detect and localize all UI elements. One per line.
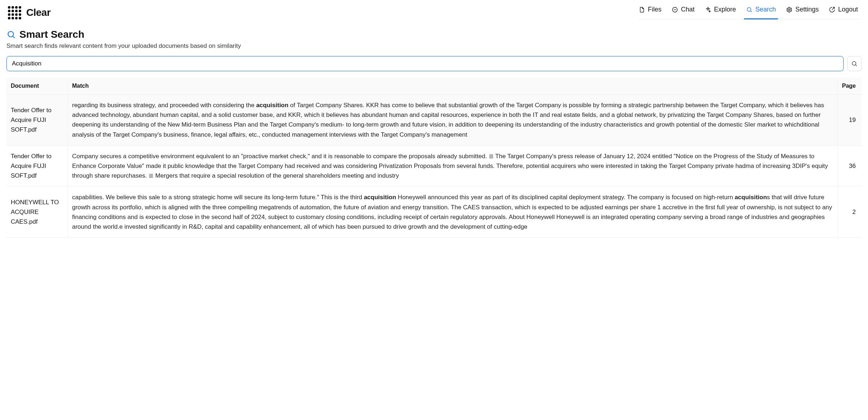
nav-logout[interactable]: Logout [829, 6, 858, 13]
file-icon [639, 6, 645, 13]
svg-point-1 [674, 9, 674, 10]
nav-chat[interactable]: Chat [672, 6, 695, 13]
svg-point-5 [789, 9, 790, 10]
nav-label: Search [755, 6, 776, 13]
chat-icon [672, 6, 678, 13]
column-header-document[interactable]: Document [6, 78, 68, 95]
svg-point-4 [747, 8, 751, 12]
gear-icon [786, 6, 792, 13]
result-document: HONEYWELL TO ACQUIRE CAES.pdf [6, 187, 68, 238]
table-row[interactable]: HONEYWELL TO ACQUIRE CAES.pdfcapabilitie… [6, 187, 862, 238]
result-match: regarding its business strategy, and pro… [68, 95, 837, 146]
results-table: Document Match Page Tender Offer to Acqu… [6, 78, 862, 238]
nav-explore[interactable]: Explore [705, 6, 736, 13]
nav-label: Logout [838, 6, 858, 13]
result-match: capabilities. We believe this sale to a … [68, 187, 837, 238]
search-input[interactable] [6, 56, 844, 71]
search-icon [851, 60, 858, 67]
nav-settings[interactable]: Settings [786, 6, 819, 13]
svg-point-7 [852, 61, 856, 65]
nav-label: Explore [714, 6, 736, 13]
nav-search[interactable]: Search [746, 6, 776, 13]
table-row[interactable]: Tender Offer to Acquire FUJI SOFT.pdfreg… [6, 95, 862, 146]
sparkle-icon [705, 6, 711, 13]
column-header-page[interactable]: Page [837, 78, 862, 95]
svg-point-3 [676, 9, 676, 10]
result-document: Tender Offer to Acquire FUJI SOFT.pdf [6, 145, 68, 187]
top-nav: Files Chat Explore Search Settings [639, 6, 860, 19]
nav-label: Settings [795, 6, 819, 13]
brand: Clear [8, 6, 51, 19]
search-icon [746, 6, 753, 13]
column-header-match[interactable]: Match [68, 78, 837, 95]
svg-point-6 [8, 31, 13, 37]
result-page: 2 [837, 187, 862, 238]
svg-point-2 [675, 9, 675, 10]
result-page: 36 [837, 145, 862, 187]
table-row[interactable]: Tender Offer to Acquire FUJI SOFT.pdfCom… [6, 145, 862, 187]
result-page: 19 [837, 95, 862, 146]
search-icon [6, 30, 16, 39]
page-subtitle: Smart search finds relevant content from… [6, 42, 862, 50]
nav-files[interactable]: Files [639, 6, 662, 13]
logout-icon [829, 6, 835, 13]
logo-icon [8, 6, 21, 19]
brand-name: Clear [26, 7, 51, 18]
page-title: Smart Search [19, 29, 84, 40]
nav-label: Chat [681, 6, 695, 13]
search-button[interactable] [847, 56, 862, 71]
result-document: Tender Offer to Acquire FUJI SOFT.pdf [6, 95, 68, 146]
nav-label: Files [648, 6, 662, 13]
result-match: Company secures a competitive environmen… [68, 145, 837, 187]
